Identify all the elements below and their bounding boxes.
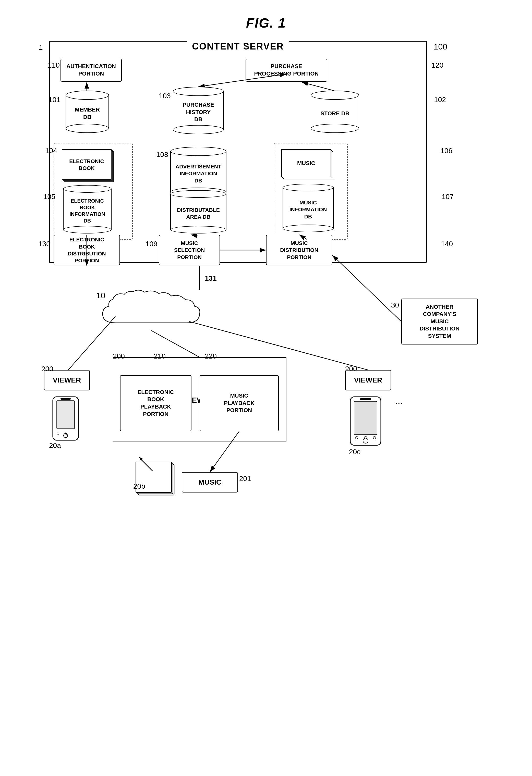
ref-120: 120 bbox=[431, 61, 444, 69]
ref-20c: 20c bbox=[349, 448, 360, 456]
ref-20b: 20b bbox=[133, 482, 145, 491]
viewer-right-box: VIEWER bbox=[345, 370, 391, 390]
content-server-label: CONTENT SERVER bbox=[187, 41, 289, 52]
ref-130: 130 bbox=[38, 240, 50, 248]
ref-100: 100 bbox=[434, 42, 447, 51]
ebook-info-db-cylinder: ELECTRONIC BOOK INFORMATION DB bbox=[62, 185, 113, 233]
phone-20a-icon bbox=[45, 394, 86, 445]
ref-201: 201 bbox=[239, 474, 251, 483]
svg-text:131: 131 bbox=[205, 274, 217, 282]
book-20b-icon bbox=[133, 454, 179, 500]
ref-104: 104 bbox=[45, 147, 57, 155]
ref-220: 220 bbox=[205, 352, 217, 360]
ref-10: 10 bbox=[96, 291, 106, 300]
store-db-cylinder: STORE DB bbox=[309, 90, 360, 133]
music-distribution-box: MUSIC DISTRIBUTION PORTION bbox=[266, 235, 332, 265]
svg-rect-9 bbox=[360, 398, 371, 400]
music-info-db-cylinder: MUSIC INFORMATION DB bbox=[281, 184, 335, 232]
distributable-area-db-cylinder: DISTRIBUTABLE AREA DB bbox=[169, 190, 228, 233]
ref-108: 108 bbox=[156, 151, 168, 159]
svg-rect-7 bbox=[354, 401, 377, 434]
ref-140: 140 bbox=[441, 240, 453, 248]
ref-20a: 20a bbox=[49, 441, 61, 450]
purchase-processing-box: PURCHASE PROCESSING PORTION bbox=[245, 59, 327, 82]
music-bottom-box: MUSIC bbox=[182, 472, 238, 493]
network-cloud bbox=[95, 289, 202, 331]
viewer-left-box: VIEWER bbox=[44, 370, 90, 390]
ref-102: 102 bbox=[434, 96, 446, 104]
ref-105: 105 bbox=[43, 193, 55, 201]
svg-rect-3 bbox=[60, 398, 71, 400]
music-selection-box: MUSIC SELECTION PORTION bbox=[159, 235, 220, 265]
ebook-playback-box: ELECTRONIC BOOK PLAYBACK PORTION bbox=[120, 375, 191, 431]
another-company-box: ANOTHER COMPANY'S MUSIC DISTRIBUTION SYS… bbox=[401, 299, 478, 345]
ref-107: 107 bbox=[441, 193, 454, 201]
ref-106: 106 bbox=[440, 147, 453, 155]
ref-103: 103 bbox=[159, 92, 171, 100]
ref-200a: 200 bbox=[41, 365, 53, 373]
ref-200b: 200 bbox=[113, 352, 125, 360]
svg-rect-1 bbox=[57, 401, 74, 429]
member-db-cylinder: MEMBER DB bbox=[64, 90, 110, 133]
ref-30: 30 bbox=[391, 301, 399, 309]
ad-info-db-cylinder: ADVERTISEMENT INFORMATION DB bbox=[169, 147, 228, 197]
ref-210: 210 bbox=[154, 352, 166, 360]
authentication-portion-box: AUTHENTICATION PORTION bbox=[60, 59, 122, 82]
svg-line-35 bbox=[332, 255, 401, 322]
ref-109: 109 bbox=[146, 240, 158, 248]
ellipsis: ... bbox=[395, 396, 403, 406]
ref-1: 1 bbox=[39, 43, 43, 51]
ref-110: 110 bbox=[48, 61, 60, 69]
phone-20c-icon bbox=[340, 394, 391, 450]
purchase-history-db-cylinder: PURCHASE HISTORY DB bbox=[172, 87, 225, 134]
ebook-distribution-box: ELECTRONIC BOOK DISTRIBUTION PORTION bbox=[54, 235, 120, 265]
ref-200c: 200 bbox=[345, 365, 357, 373]
music-playback-box: MUSIC PLAYBACK PORTION bbox=[200, 375, 279, 431]
ref-101: 101 bbox=[48, 96, 60, 104]
electronic-book-stacked: ELECTRONIC BOOK bbox=[62, 149, 113, 182]
page-title: FIG. 1 bbox=[0, 0, 532, 31]
music-stacked: MUSIC bbox=[281, 149, 332, 180]
